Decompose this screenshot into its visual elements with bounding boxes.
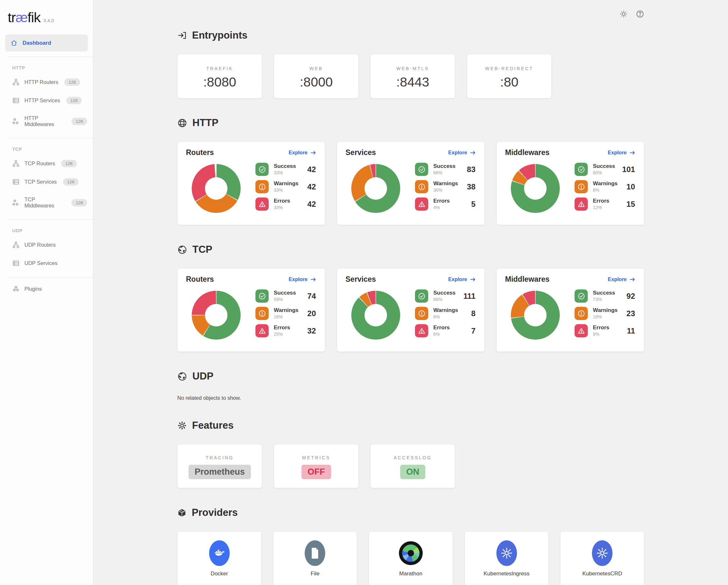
home-icon	[10, 39, 18, 47]
stat-count: 83	[467, 165, 475, 174]
sidebar-item-http-services[interactable]: HTTP Services 126	[0, 91, 93, 110]
feature-label: METRICS	[274, 455, 358, 460]
explore-link[interactable]: Explore	[448, 276, 476, 282]
success-icon	[255, 163, 269, 176]
sidebar-section-udp: UDP	[0, 220, 93, 236]
feature-value-badge: ON	[400, 465, 425, 479]
feature-card-tracing: TRACING Prometheus	[177, 444, 262, 488]
arrow-right-icon	[310, 150, 316, 155]
stat-count: 7	[471, 326, 475, 336]
entrypoint-label: WEB-REDIRECT	[467, 66, 551, 71]
tcp-services-card: Services Explore Success88% 111 Warning	[337, 268, 485, 352]
stat-count: 92	[626, 292, 635, 301]
earth-globe-icon	[177, 245, 187, 255]
card-title: Routers	[186, 275, 214, 284]
errors-stat: Errors4% 5	[415, 197, 475, 211]
arrow-right-icon	[470, 277, 476, 282]
sidebar-item-label: Dashboard	[23, 40, 51, 46]
success-stat: Success33% 42	[255, 163, 316, 176]
entrypoint-label: WEB-MTLS	[371, 66, 455, 71]
stat-count: 20	[307, 309, 316, 318]
providers-row: Docker File Marathon	[177, 531, 644, 585]
stat-count: 42	[307, 182, 316, 191]
sidebar-item-http-middlewares[interactable]: HTTP Middlewares 126	[0, 110, 93, 133]
card-title: Routers	[186, 148, 214, 157]
globe-wireframe-icon	[177, 118, 187, 128]
success-stat: Success88% 111	[415, 289, 475, 303]
stat-count: 111	[464, 292, 475, 301]
sidebar-item-label: UDP Services	[24, 260, 57, 266]
stat-count: 42	[307, 165, 316, 174]
explore-link[interactable]: Explore	[608, 150, 636, 156]
feature-card-metrics: METRICS OFF	[274, 444, 359, 488]
tcp-section-title: TCP	[177, 244, 644, 255]
app-version: 3.4.0	[44, 18, 54, 23]
main-area: Entrypoints TRAEFIK :8080 WEB :8000 WEB-…	[94, 0, 728, 585]
help-button[interactable]	[636, 10, 644, 18]
login-icon	[177, 31, 187, 40]
error-icon	[255, 324, 269, 337]
warning-icon	[575, 307, 588, 320]
feature-value-badge: Prometheus	[188, 465, 251, 479]
entrypoint-card-web-mtls: WEB-MTLS :8443	[370, 54, 455, 99]
sidebar-item-label: TCP Middlewares	[24, 196, 65, 209]
explore-link[interactable]: Explore	[289, 150, 316, 156]
stat-count: 5	[471, 200, 475, 209]
features-section-title: Features	[177, 420, 644, 431]
arrow-right-icon	[629, 150, 636, 155]
sidebar-item-udp-services[interactable]: UDP Services	[0, 254, 93, 272]
count-badge: 126	[72, 199, 87, 207]
kubernetes-icon	[496, 540, 517, 566]
sidebar-item-tcp-middlewares[interactable]: TCP Middlewares 126	[0, 191, 93, 214]
feature-card-accesslog: ACCESSLOG ON	[370, 444, 455, 488]
explore-link[interactable]: Explore	[289, 276, 316, 282]
sidebar-section-tcp: TCP	[0, 138, 93, 154]
features-row: TRACING Prometheus METRICS OFF ACCESSLOG…	[177, 444, 644, 488]
count-badge: 126	[64, 78, 80, 86]
arrow-right-icon	[629, 277, 636, 282]
sidebar-item-http-routers[interactable]: HTTP Routers 126	[0, 73, 93, 91]
routers-icon	[12, 160, 20, 167]
topbar-actions	[619, 10, 644, 18]
http-middlewares-card: Middlewares Explore Success80% 101 Warn	[496, 141, 644, 225]
count-badge: 126	[66, 97, 82, 104]
entrypoint-card-web-redirect: WEB-REDIRECT :80	[467, 54, 552, 99]
warning-icon	[415, 307, 428, 320]
providers-section-title: Providers	[177, 507, 644, 518]
entrypoint-port: :8000	[274, 75, 358, 90]
warning-icon	[255, 307, 269, 320]
traefik-logo: træfik 3.4.0	[0, 0, 93, 32]
error-icon	[575, 324, 588, 337]
sidebar-item-udp-routers[interactable]: UDP Routers	[0, 236, 93, 254]
errors-stat: Errors6% 7	[415, 324, 475, 337]
status-stats: Success33% 42 Warnings33% 42 Errors33% 4…	[255, 163, 316, 211]
sidebar-item-label: TCP Routers	[24, 160, 55, 167]
warnings-stat: Warnings33% 42	[255, 180, 316, 193]
earth-globe-icon	[177, 371, 187, 381]
success-icon	[575, 163, 588, 176]
middlewares-icon	[12, 118, 20, 125]
stat-count: 23	[626, 309, 635, 318]
sidebar-item-tcp-routers[interactable]: TCP Routers 126	[0, 154, 93, 173]
file-icon	[305, 540, 325, 566]
middlewares-icon	[12, 199, 20, 207]
dashboard-content: Entrypoints TRAEFIK :8080 WEB :8000 WEB-…	[177, 0, 644, 585]
http-cards-row: Routers Explore Success33% 42 Warnings3	[177, 141, 644, 225]
http-section-title: HTTP	[177, 117, 644, 129]
count-badge: 126	[72, 118, 87, 125]
warning-icon	[575, 180, 588, 193]
kubernetes-icon	[592, 540, 613, 566]
sidebar-item-dashboard[interactable]: Dashboard	[5, 34, 88, 51]
explore-link[interactable]: Explore	[448, 150, 476, 156]
error-icon	[255, 197, 269, 211]
sidebar-item-label: HTTP Services	[24, 98, 60, 104]
theme-toggle-button[interactable]	[619, 10, 628, 18]
sidebar-section-http: HTTP	[0, 57, 93, 73]
card-title: Services	[345, 275, 376, 284]
sidebar-item-plugins[interactable]: Plugins	[0, 280, 93, 298]
warning-icon	[415, 180, 428, 193]
sidebar-item-tcp-services[interactable]: TCP Services 126	[0, 173, 93, 191]
explore-link[interactable]: Explore	[608, 276, 636, 282]
sidebar: træfik 3.4.0 Dashboard HTTP HTTP Routers…	[0, 0, 93, 585]
stat-count: 8	[471, 309, 475, 318]
